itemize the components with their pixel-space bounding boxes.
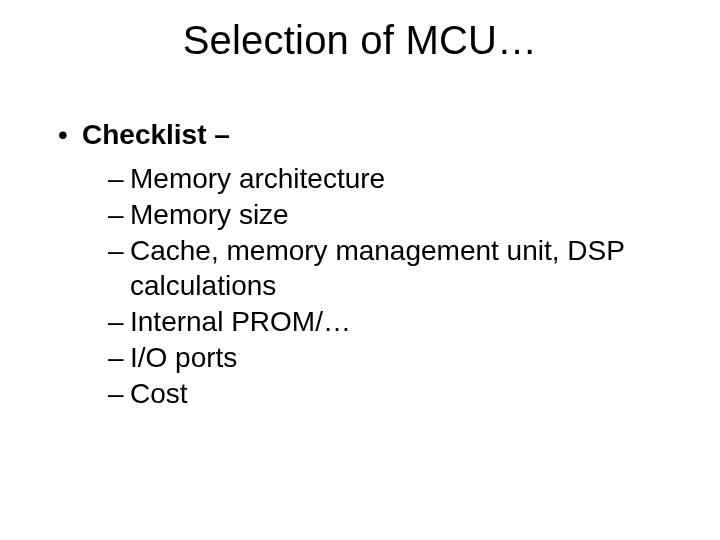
list-item: I/O ports [108, 341, 666, 375]
list-item: Cost [108, 377, 666, 411]
list-item: Cache, memory management unit, DSP calcu… [108, 234, 666, 302]
slide: Selection of MCU… Checklist – Memory arc… [0, 0, 720, 540]
list-item: Internal PROM/… [108, 305, 666, 339]
checklist-items: Memory architecture Memory size Cache, m… [108, 162, 666, 411]
checklist-heading: Checklist – [54, 118, 666, 152]
slide-body: Checklist – Memory architecture Memory s… [54, 118, 666, 413]
list-item: Memory size [108, 198, 666, 232]
list-item: Memory architecture [108, 162, 666, 196]
slide-title: Selection of MCU… [0, 18, 720, 63]
